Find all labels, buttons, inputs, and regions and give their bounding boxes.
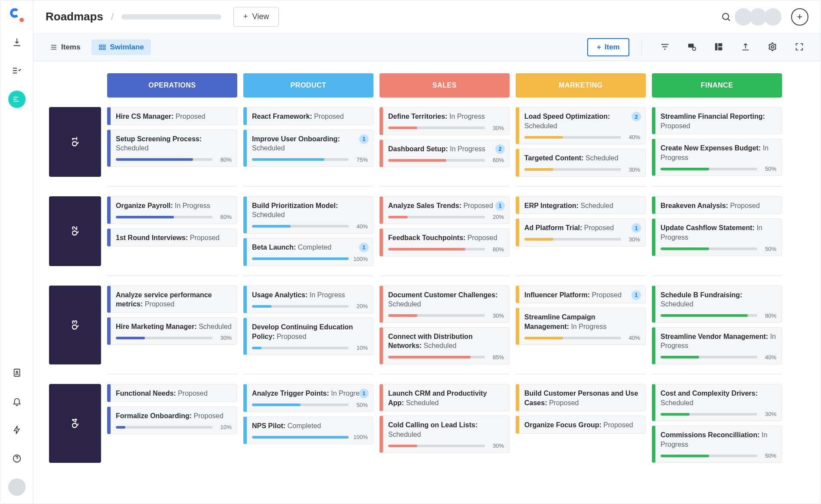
card[interactable]: Streamline Vendor Management: In Progres… <box>652 327 782 364</box>
card-title: Analyze Sales Trends: Proposed <box>388 201 504 211</box>
progress-value: 30% <box>489 442 504 449</box>
card[interactable]: Streamline Financial Reporting: Proposed <box>652 107 782 134</box>
card[interactable]: React Framework: Proposed <box>243 107 373 125</box>
progress-value: 30% <box>489 125 504 131</box>
card[interactable]: Influencer Platform: Proposed1 <box>516 286 646 304</box>
card[interactable]: Organize Payroll: In Progress60% <box>107 196 237 224</box>
card[interactable]: Ad Platform Trial: Proposed130% <box>516 218 646 247</box>
card[interactable]: Build Customer Personas and Use Cases: P… <box>516 384 646 411</box>
card[interactable]: Functional Needs: Proposed <box>107 384 237 402</box>
card[interactable]: Cost and Complexity Drivers: Scheduled30… <box>652 384 782 421</box>
card[interactable]: Build Prioritization Model: Scheduled40% <box>243 196 373 234</box>
progress-row: 85% <box>388 354 504 361</box>
tab-swimlane[interactable]: Swimlane <box>92 39 150 55</box>
nav-rail <box>0 0 33 504</box>
card-title: Update Cashflow Statement: In Progress <box>661 223 776 242</box>
tab-items[interactable]: Items <box>43 39 87 55</box>
notification-badge: 2 <box>495 144 505 154</box>
column-header-product: PRODUCT <box>243 73 373 98</box>
add-item-button[interactable]: + Item <box>587 38 629 56</box>
card[interactable]: NPS Pilot: Completed100% <box>243 416 373 445</box>
progress-value: 60% <box>217 214 232 220</box>
bolt-icon[interactable] <box>8 421 26 439</box>
card[interactable]: Define Territories: In Progress30% <box>379 107 510 135</box>
progress-row: 80% <box>116 156 232 163</box>
notification-badge: 1 <box>631 290 641 300</box>
search-icon[interactable] <box>721 12 731 22</box>
notification-badge: 1 <box>495 201 505 211</box>
page-title: Roadmaps <box>46 10 103 23</box>
card[interactable]: Dashboard Setup: In Progress260% <box>379 140 510 168</box>
card[interactable]: Commissions Reconcilliation: In Progress… <box>652 426 782 463</box>
notification-badge: 1 <box>359 243 369 252</box>
card[interactable]: Analyze Sales Trends: Proposed120% <box>379 196 510 224</box>
link-settings-icon[interactable] <box>687 42 697 52</box>
help-icon[interactable] <box>8 450 26 467</box>
board-scroll[interactable]: OPERATIONSPRODUCTSALESMARKETINGFINANCEQ1… <box>33 61 821 504</box>
card[interactable]: Schedule B Fundraising: Scheduled90% <box>652 286 782 323</box>
progress-value: 50% <box>762 246 776 252</box>
card[interactable]: Formalize Onboarding: Proposed10% <box>107 406 237 435</box>
card[interactable]: Usage Analytics: In Progress20% <box>243 286 373 314</box>
svg-point-3 <box>723 13 729 20</box>
cell-q4-sales: Launch CRM and Productivity App: Schedul… <box>379 384 510 463</box>
svg-rect-5 <box>103 45 105 46</box>
contacts-icon[interactable] <box>8 364 26 381</box>
progress-row: 30% <box>524 166 640 173</box>
user-avatar[interactable] <box>8 478 26 496</box>
card[interactable]: ERP Integration: Scheduled <box>516 196 646 215</box>
card-title: Streamline Vendor Management: In Progres… <box>661 332 776 351</box>
card[interactable]: Setup Screening Process: Scheduled80% <box>107 130 237 167</box>
card[interactable]: Organize Focus Group: Proposed <box>516 416 646 434</box>
card[interactable]: Document Customer Challenges: Scheduled3… <box>379 286 510 323</box>
card[interactable]: Streamline Campaign Management: In Progr… <box>516 308 646 345</box>
card-title: Connect with Distribution Networks: Sche… <box>388 332 504 351</box>
progress-value: 80% <box>489 246 504 253</box>
progress-value: 30% <box>217 335 232 341</box>
cell-q2-finance: Breakeven Analysis: ProposedUpdate Cashf… <box>652 196 782 276</box>
layout-icon[interactable] <box>714 42 724 52</box>
card[interactable]: Analyze service performance metrics: Pro… <box>107 286 237 313</box>
cell-q3-finance: Schedule B Fundraising: Scheduled90%Stre… <box>652 286 782 374</box>
svg-point-1 <box>16 371 18 373</box>
avatar[interactable] <box>764 8 782 26</box>
progress-value: 10% <box>353 345 368 351</box>
progress-row: 100% <box>252 256 368 262</box>
card[interactable]: Hire Marketing Manager: Scheduled30% <box>107 317 237 345</box>
card[interactable]: Hire CS Manager: Proposed <box>107 107 237 125</box>
fullscreen-icon[interactable] <box>795 42 805 52</box>
card[interactable]: 1st Round Interviews: Proposed <box>107 228 237 247</box>
card[interactable]: Feedback Touchpoints: Proposed80% <box>379 228 510 257</box>
add-item-label: Item <box>605 43 620 52</box>
card[interactable]: Update Cashflow Statement: In Progress50… <box>652 218 782 256</box>
card[interactable]: Connect with Distribution Networks: Sche… <box>379 327 510 364</box>
roadmap-icon[interactable] <box>8 91 26 108</box>
filter-icon[interactable] <box>660 42 671 52</box>
view-button[interactable]: + View <box>233 7 279 27</box>
card-title: Influencer Platform: Proposed <box>524 290 640 300</box>
card[interactable]: Improve User Onboarding: Scheduled175% <box>243 130 373 167</box>
bell-icon[interactable] <box>8 393 26 410</box>
card[interactable]: Beta Launch: Completed1100% <box>243 238 373 266</box>
progress-row: 50% <box>252 402 368 408</box>
card[interactable]: Create New Expenses Budget: In Progress5… <box>652 139 782 176</box>
gear-icon[interactable] <box>768 42 778 52</box>
svg-rect-12 <box>718 47 722 50</box>
card-title: Breakeven Analysis: Proposed <box>661 201 776 211</box>
import-icon[interactable] <box>8 33 26 51</box>
add-collaborator-button[interactable]: + <box>791 8 808 26</box>
card[interactable]: Analyze Trigger Points: In Progress150% <box>243 384 373 412</box>
card[interactable]: Cold Calling on Lead Lists: Scheduled30% <box>379 416 510 453</box>
card[interactable]: Load Speed Optimization: Scheduled240% <box>516 107 646 144</box>
progress-row: 90% <box>661 312 776 319</box>
export-icon[interactable] <box>741 42 751 52</box>
card[interactable]: Launch CRM and Productivity App: Schedul… <box>379 384 510 411</box>
card[interactable]: Targeted Content: Scheduled30% <box>516 149 646 177</box>
row-label-q2: Q2 <box>49 196 101 266</box>
card-title: Targeted Content: Scheduled <box>524 153 640 163</box>
card[interactable]: Breakeven Analysis: Proposed <box>652 196 782 215</box>
card[interactable]: Develop Continuing Education Policy: Pro… <box>243 318 373 355</box>
progress-row: 60% <box>388 157 504 163</box>
cell-q2-marketing: ERP Integration: ScheduledAd Platform Tr… <box>516 196 646 276</box>
list-check-icon[interactable] <box>8 62 26 79</box>
